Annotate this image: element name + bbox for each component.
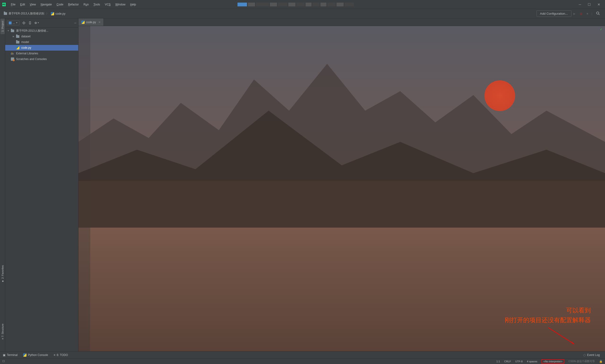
bottom-toolbar: ▣ Terminal Python Console ≡ 6: TODO ◌ Ev… bbox=[0, 351, 605, 358]
project-view-selector[interactable]: ... ▼ bbox=[7, 21, 19, 25]
library-icon bbox=[11, 52, 14, 55]
menu-tools[interactable]: Tools bbox=[91, 2, 102, 7]
menu-refactor[interactable]: Refactor bbox=[66, 2, 81, 7]
app-icon: PC bbox=[2, 2, 6, 7]
close-icon[interactable]: ✕ bbox=[597, 3, 600, 6]
event-log-icon: ◌ bbox=[583, 353, 586, 357]
tree-dataset[interactable]: dataset bbox=[5, 34, 78, 39]
status-line-separator[interactable]: CRLF bbox=[504, 360, 511, 363]
breadcrumb-file[interactable]: code.py bbox=[50, 12, 66, 16]
add-configuration-button[interactable]: Add Configuration... bbox=[537, 10, 571, 17]
maximize-icon[interactable]: ☐ bbox=[588, 3, 591, 6]
scratch-icon bbox=[11, 57, 14, 61]
terminal-icon: ▣ bbox=[3, 353, 5, 357]
tree-dataset-label: dataset bbox=[21, 35, 30, 38]
python-file-icon bbox=[51, 12, 54, 15]
svg-rect-12 bbox=[78, 181, 605, 228]
svg-point-0 bbox=[596, 12, 599, 14]
tree-external-libraries[interactable]: External Libraries bbox=[5, 51, 78, 56]
status-interpreter[interactable]: <No interpreter> bbox=[541, 359, 564, 364]
bottom-tab-terminal[interactable]: ▣ Terminal bbox=[3, 353, 17, 357]
menu-vcs[interactable]: VCS bbox=[102, 2, 113, 7]
run-icon[interactable]: ▶ bbox=[571, 11, 577, 16]
window-controls: ─ ☐ ✕ bbox=[579, 3, 603, 6]
editor-viewport[interactable]: ✔ 可以看到 刚打开的项目还没有配置解释器 bbox=[78, 26, 605, 351]
status-indent[interactable]: 4 spaces bbox=[527, 360, 537, 363]
folder-icon bbox=[16, 41, 19, 43]
tree-scratches[interactable]: Scratches and Consoles bbox=[5, 56, 78, 62]
title-blur bbox=[237, 3, 579, 6]
project-panel: ... ▼ ✿▼ ─ bbox=[5, 18, 78, 351]
statusbar: ☐ 1:1 CRLF UTF-8 4 spaces <No interprete… bbox=[0, 358, 605, 364]
event-log-button[interactable]: ◌ Event Log bbox=[583, 353, 600, 357]
tree-root[interactable]: 基于FER-2013人脸情绪... bbox=[5, 28, 78, 34]
lock-icon[interactable]: 🔒 bbox=[599, 360, 603, 363]
annotation-arrow bbox=[543, 325, 577, 347]
python-icon bbox=[23, 353, 26, 357]
tree-code-label: code.py bbox=[21, 46, 31, 49]
gutter-tab-favorites[interactable]: ★2: Favorites bbox=[0, 263, 5, 285]
editor-area: code.py ✕ ✔ 可以看到 刚打开的项目还没有配置解释器 bbox=[78, 18, 605, 351]
hide-panel-icon[interactable]: ─ bbox=[74, 21, 76, 25]
editor-tabbar: code.py ✕ bbox=[78, 18, 605, 26]
search-icon[interactable] bbox=[594, 10, 602, 17]
tree-model[interactable]: model bbox=[5, 39, 78, 45]
breadcrumb-separator: 〉 bbox=[46, 12, 49, 16]
menu-navigate[interactable]: Navigate bbox=[38, 2, 54, 7]
annotation-text: 可以看到 刚打开的项目还没有配置解释器 bbox=[505, 306, 591, 325]
menu-edit[interactable]: Edit bbox=[18, 2, 27, 7]
tree-root-label: 基于FER-2013人脸情绪... bbox=[16, 29, 49, 33]
editor-tab-label: code.py bbox=[86, 21, 96, 24]
folder-icon bbox=[16, 35, 19, 38]
status-position[interactable]: 1:1 bbox=[496, 360, 500, 363]
tree-code-file[interactable]: code.py bbox=[5, 45, 78, 51]
stop-icon[interactable]: ■ bbox=[585, 11, 590, 16]
gutter-tab-structure[interactable]: ≡7: Structure bbox=[0, 321, 5, 342]
locate-icon[interactable] bbox=[22, 21, 26, 25]
editor-tab-code[interactable]: code.py ✕ bbox=[78, 18, 104, 26]
menubar: PC File Edit View Navigate Code Refactor… bbox=[0, 0, 605, 9]
svg-point-3 bbox=[24, 23, 24, 23]
python-file-icon bbox=[81, 21, 85, 24]
expand-icon[interactable] bbox=[12, 35, 15, 38]
bottom-tab-todo[interactable]: ≡ 6: TODO bbox=[54, 353, 68, 357]
breadcrumb-bar: 基于FER-2013人脸情绪识别 〉 code.py Add Configura… bbox=[0, 9, 605, 18]
menu-code[interactable]: Code bbox=[54, 2, 66, 7]
gutter-tab-project[interactable]: 1: Project bbox=[0, 18, 5, 34]
project-tree: 基于FER-2013人脸情绪... dataset model code.py bbox=[5, 27, 78, 351]
collapse-icon[interactable] bbox=[28, 21, 32, 25]
menu-file[interactable]: File bbox=[9, 2, 18, 7]
left-gutter: 1: Project ★2: Favorites ≡7: Structure bbox=[0, 18, 5, 351]
folder-icon bbox=[4, 12, 7, 15]
tree-model-label: model bbox=[21, 40, 29, 44]
expand-icon[interactable] bbox=[7, 29, 10, 32]
watermark: CSDN @这个函数可导 bbox=[569, 360, 595, 363]
minimize-icon[interactable]: ─ bbox=[579, 3, 581, 6]
svg-line-1 bbox=[599, 14, 600, 15]
menu-run[interactable]: Run bbox=[81, 2, 91, 7]
menu-help[interactable]: Help bbox=[128, 2, 139, 7]
breadcrumb-project-label: 基于FER-2013人脸情绪识别 bbox=[9, 12, 44, 16]
tree-extlib-label: External Libraries bbox=[16, 52, 38, 55]
inspection-ok-icon[interactable]: ✔ bbox=[600, 27, 603, 31]
svg-line-13 bbox=[548, 328, 574, 344]
tab-close-icon[interactable]: ✕ bbox=[98, 21, 101, 24]
menu-window[interactable]: Window bbox=[113, 2, 128, 7]
settings-icon[interactable]: ✿▼ bbox=[35, 21, 39, 25]
breadcrumb-file-label: code.py bbox=[55, 12, 65, 15]
todo-icon: ≡ bbox=[54, 353, 55, 357]
breadcrumb-project[interactable]: 基于FER-2013人脸情绪识别 bbox=[3, 11, 45, 16]
python-file-icon bbox=[16, 46, 19, 49]
panel-toolbar: ... ▼ ✿▼ ─ bbox=[5, 18, 78, 27]
menu-view[interactable]: View bbox=[27, 2, 38, 7]
bottom-tab-python-console[interactable]: Python Console bbox=[23, 353, 48, 357]
debug-icon[interactable]: 🐞 bbox=[577, 11, 585, 16]
folder-icon bbox=[11, 29, 14, 32]
show-panels-icon[interactable]: ☐ bbox=[2, 360, 5, 363]
tree-scratches-label: Scratches and Consoles bbox=[16, 57, 47, 61]
status-encoding[interactable]: UTF-8 bbox=[515, 360, 523, 363]
svg-marker-14 bbox=[570, 341, 574, 344]
background-mountains bbox=[78, 33, 605, 228]
